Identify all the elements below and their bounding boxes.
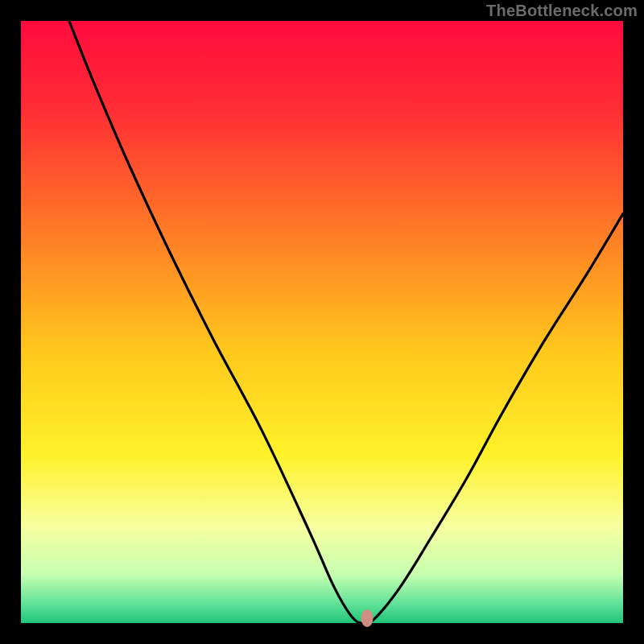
pink-marker-icon (361, 609, 374, 627)
watermark-label: TheBottleneck.com (486, 2, 638, 20)
chart-frame: TheBottleneck.com (0, 0, 644, 644)
bottleneck-curve (21, 21, 623, 623)
plot-area (21, 21, 623, 623)
